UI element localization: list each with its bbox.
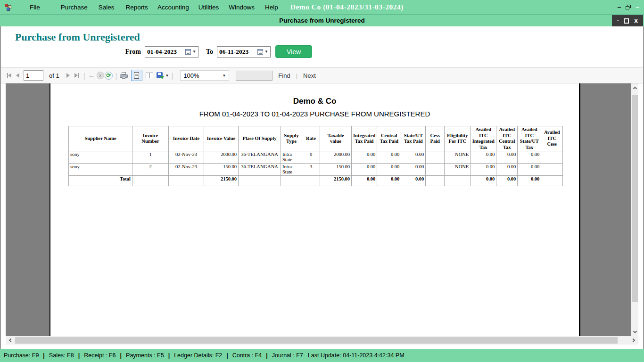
table-cell: 0.00 [518, 164, 541, 176]
find-next-separator: | [296, 72, 297, 79]
to-date-picker[interactable]: 06-11-2023 ▼ [217, 46, 271, 58]
zoom-value: 100% [183, 72, 199, 79]
child-titlebar: Purchase from Unregistered - X [0, 14, 644, 26]
menu-item-accounting[interactable]: Accounting [157, 4, 189, 11]
next-page-button[interactable] [64, 70, 73, 81]
horizontal-scrollbar[interactable] [6, 336, 638, 345]
horizontal-scroll-thumb[interactable] [15, 337, 618, 344]
scroll-right-button[interactable] [629, 336, 638, 345]
menu-item-purchase[interactable]: Purchase [61, 4, 88, 11]
menu-item-help[interactable]: Help [265, 4, 278, 11]
zoom-select[interactable]: 100% ▼ [180, 70, 229, 81]
table-cell: 0.00 [518, 151, 541, 164]
export-button[interactable]: ▼ [157, 70, 169, 81]
statusbar: Purchase: F9|Sales: F8|Receipt : F6|Paym… [0, 349, 644, 362]
vertical-scroll-thumb[interactable] [632, 95, 638, 302]
status-shortcut-item: Payments : F5 [126, 352, 164, 359]
status-separator: | [78, 352, 80, 359]
menu-item-sales[interactable]: Sales [99, 4, 115, 11]
status-shortcut-item: Contra : F4 [232, 352, 262, 359]
report-toolbar: of 1 | ← × ⟳ | ▼ | 100% ▼ Find | Next [1, 67, 643, 83]
table-cell: 2 [132, 164, 169, 176]
child-maximize-icon[interactable] [624, 18, 629, 24]
table-cell: 2150.00 [320, 176, 352, 186]
status-shortcut-item: Purchase: F9 [4, 352, 39, 359]
previous-page-button[interactable] [13, 70, 22, 81]
table-cell: 0.00 [496, 151, 518, 164]
table-cell: sony [69, 151, 132, 164]
print-button[interactable] [120, 70, 128, 81]
page-setup-button[interactable] [145, 70, 154, 81]
status-separator: | [120, 352, 122, 359]
table-total-row: Total2150.002150.000.000.000.000.000.000… [69, 176, 563, 186]
child-close-icon[interactable]: X [634, 17, 638, 25]
vertical-scrollbar[interactable] [631, 83, 638, 336]
back-button[interactable]: ← [88, 70, 96, 81]
first-page-button[interactable] [5, 70, 13, 81]
status-gap [1, 345, 643, 349]
chevron-down-icon: ▼ [222, 74, 226, 78]
menu-item-file[interactable]: File [30, 4, 40, 11]
refresh-button[interactable]: ⟳ [105, 70, 113, 81]
print-layout-button[interactable] [131, 70, 142, 81]
menu-item-utilities[interactable]: Utilities [198, 4, 219, 11]
table-cell: 0.00 [377, 151, 401, 164]
table-cell [541, 176, 563, 186]
close-icon[interactable]: – [636, 5, 639, 9]
last-page-button[interactable] [73, 70, 81, 81]
scroll-up-button[interactable] [631, 83, 638, 92]
child-minimize-icon[interactable]: - [617, 19, 619, 23]
chevron-down-icon: ▼ [165, 74, 169, 78]
find-button[interactable]: Find [278, 72, 290, 79]
table-cell: 0.00 [401, 164, 426, 176]
minimize-icon[interactable]: – [617, 5, 621, 9]
table-cell [426, 176, 445, 186]
view-button[interactable]: View [275, 45, 312, 58]
table-cell: 0 [302, 151, 320, 164]
calendar-icon[interactable] [185, 49, 191, 55]
table-cell: Total [69, 176, 132, 186]
restore-icon[interactable] [626, 5, 631, 9]
table-cell: 0.00 [377, 164, 401, 176]
table-cell: 0.00 [496, 176, 518, 186]
book-icon [146, 73, 153, 78]
from-date-value: 01-04-2023 [147, 48, 185, 56]
table-row: sony202-Nov-23150.0036-TELANGANAIntra St… [69, 164, 563, 176]
column-header: Invoice Date [169, 126, 204, 151]
column-header: Availed ITC Integrated Tax [471, 126, 496, 151]
menu-item-reports[interactable]: Reports [126, 4, 148, 11]
stop-icon: × [97, 72, 104, 79]
report-viewport: Demo & Co FROM 01-04-2023 TO 01-04-2023 … [1, 83, 643, 336]
chevron-down-icon[interactable]: ▼ [192, 49, 196, 54]
table-cell: 0.00 [471, 151, 496, 164]
status-shortcut-item: Receipt : F6 [84, 352, 116, 359]
table-cell: sony [69, 164, 132, 176]
table-cell: 0.00 [518, 176, 541, 186]
from-date-picker[interactable]: 01-04-2023 ▼ [145, 46, 198, 58]
find-input[interactable] [236, 71, 272, 81]
chevron-down-icon[interactable]: ▼ [264, 49, 268, 54]
status-shortcut-item: Journal : F7 [272, 352, 303, 359]
report-table: Supplier NameInvoice NumberInvoice DateI… [68, 126, 563, 186]
column-header: Supply Type [281, 126, 302, 151]
menu-item-windows[interactable]: Windows [229, 4, 255, 11]
column-header: Invoice Number [132, 126, 169, 151]
scroll-down-button[interactable] [631, 328, 638, 336]
table-row: sony102-Nov-232000.0036-TELANGANAIntra S… [69, 151, 563, 164]
table-cell: 0.00 [496, 164, 518, 176]
scroll-left-button[interactable] [6, 336, 15, 345]
find-next-button[interactable]: Next [303, 72, 316, 79]
status-shortcut-item: Sales: F8 [49, 352, 74, 359]
table-cell: 2000.00 [320, 151, 352, 164]
date-filter-row: From 01-04-2023 ▼ To 06-11-2023 ▼ View [1, 45, 312, 58]
table-cell [169, 176, 204, 186]
page-number-input[interactable] [24, 70, 43, 81]
column-header: Taxable value [320, 126, 352, 151]
table-cell: 0.00 [352, 151, 377, 164]
stop-button[interactable]: × [96, 70, 105, 81]
chevron-right-icon [631, 338, 635, 342]
table-cell [239, 176, 281, 186]
calendar-icon[interactable] [257, 49, 263, 55]
table-cell [302, 176, 320, 186]
status-separator: | [43, 352, 45, 359]
